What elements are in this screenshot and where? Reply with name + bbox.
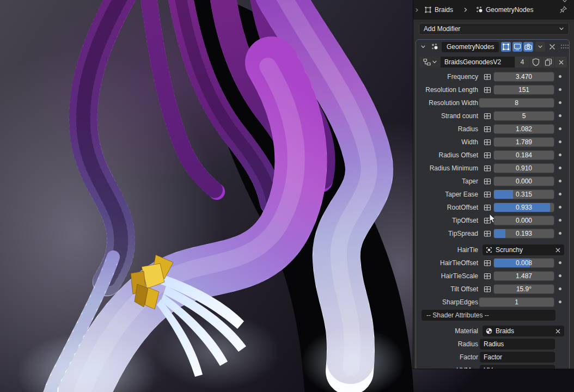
row-width: Width1.789 xyxy=(416,136,569,149)
hairtieoffset-decorator-dot[interactable] xyxy=(559,261,561,264)
hairtieoffset-attribute-toggle[interactable] xyxy=(483,258,492,268)
add-modifier-button[interactable]: Add Modifier xyxy=(419,23,569,35)
radius-minimum-attribute-toggle[interactable] xyxy=(483,163,492,173)
hairtiescale-label: HairTieScale xyxy=(416,270,478,283)
resolution-width-decorator-dot[interactable] xyxy=(559,101,561,104)
hairtieoffset-slider[interactable]: 0.008 xyxy=(493,258,554,268)
pin-icon[interactable] xyxy=(559,5,567,14)
hairtiescale-attribute-toggle[interactable] xyxy=(483,271,492,281)
resolution-length-attribute-toggle[interactable] xyxy=(483,85,492,95)
frequency-label: Frequency xyxy=(416,70,478,83)
tipoffset-decorator-dot[interactable] xyxy=(559,219,561,222)
radius-offset-attribute-toggle[interactable] xyxy=(483,150,492,160)
tipspread-slider[interactable]: 0.193 xyxy=(493,229,554,238)
realtime-display-toggle[interactable] xyxy=(512,42,522,52)
uvmap-text-field[interactable]: UVs xyxy=(480,365,555,369)
width-slider[interactable]: 1.789 xyxy=(493,137,554,147)
copy-node-group-button[interactable] xyxy=(542,57,554,68)
factor-text-field[interactable]: Factor xyxy=(480,352,555,363)
frequency-slider[interactable]: 3.470 xyxy=(493,72,554,82)
tilt-offset-attribute-toggle[interactable] xyxy=(483,284,492,294)
taper-ease-decorator-dot[interactable] xyxy=(559,193,561,195)
taper-decorator-dot[interactable] xyxy=(559,180,561,182)
row-resolution-width: Resolution Width8 xyxy=(416,96,569,109)
strand-count-attribute-toggle[interactable] xyxy=(483,111,492,121)
resolution-length-decorator-dot[interactable] xyxy=(559,88,561,91)
hairtiescale-decorator-dot[interactable] xyxy=(559,274,561,277)
fake-user-button[interactable] xyxy=(530,57,542,68)
breadcrumb-object[interactable]: Braids xyxy=(435,6,453,14)
radius-offset-slider[interactable]: 0.184 xyxy=(493,150,554,160)
radius-decorator-dot[interactable] xyxy=(559,127,561,130)
rootoffset-slider[interactable]: 0.933 xyxy=(493,203,554,212)
hairtie-clear-icon[interactable] xyxy=(554,247,561,254)
taper-attribute-toggle[interactable] xyxy=(483,176,492,186)
object-data-icon xyxy=(485,246,493,254)
render-display-toggle[interactable] xyxy=(523,42,533,52)
breadcrumb-modifier[interactable]: GeometryNodes xyxy=(486,6,533,14)
radius-slider[interactable]: 1.082 xyxy=(493,124,554,134)
hairtiescale-slider[interactable]: 1.487 xyxy=(493,271,554,281)
modifier-extras-button[interactable] xyxy=(535,42,545,52)
resolution-length-slider[interactable]: 151 xyxy=(493,85,554,95)
hairtie-field[interactable]: Scrunchy xyxy=(483,244,564,255)
radius-minimum-slider[interactable]: 0.910 xyxy=(493,163,554,173)
sharpedges-decorator-dot[interactable] xyxy=(559,301,561,303)
node-group-name-field[interactable]: BraidsGeonodesV2 xyxy=(441,57,515,68)
resolution-width-slider[interactable]: 8 xyxy=(479,98,554,108)
material-field[interactable]: Braids xyxy=(483,326,564,336)
tilt-offset-slider[interactable]: 15.9° xyxy=(493,284,554,294)
attribute-toggle-icon xyxy=(483,285,492,293)
frequency-attribute-toggle[interactable] xyxy=(483,72,492,82)
modifier-close-icon[interactable] xyxy=(548,42,557,51)
taper-value: 0.000 xyxy=(494,177,554,186)
strand-count-decorator-dot[interactable] xyxy=(559,114,561,117)
tipoffset-label: TipOffset xyxy=(416,214,478,227)
width-decorator-dot[interactable] xyxy=(559,140,561,143)
radius-attribute-toggle[interactable] xyxy=(483,124,492,134)
row-radius-offset: Radius Offset0.184 xyxy=(416,149,569,162)
width-label: Width xyxy=(416,136,478,149)
rootoffset-decorator-dot[interactable] xyxy=(559,206,561,209)
width-value: 1.789 xyxy=(494,138,554,146)
modifier-expand-icon[interactable] xyxy=(420,44,426,50)
rootoffset-value: 0.933 xyxy=(494,203,554,212)
resolution-length-value: 151 xyxy=(494,85,554,94)
tilt-offset-decorator-dot[interactable] xyxy=(559,287,561,290)
radius-minimum-decorator-dot[interactable] xyxy=(559,167,561,169)
taper-slider[interactable]: 0.000 xyxy=(493,176,554,186)
strand-count-slider[interactable]: 5 xyxy=(493,111,554,121)
tipoffset-slider[interactable]: 0.000 xyxy=(493,216,554,225)
geometry-nodes-icon xyxy=(475,5,484,14)
modifier-drag-grip[interactable] xyxy=(561,45,569,49)
factor-label: Factor xyxy=(416,351,478,364)
properties-panel: Braids GeometryNodes Add Modifier Geomet… xyxy=(413,0,574,369)
camera-icon xyxy=(524,42,533,51)
rootoffset-attribute-toggle[interactable] xyxy=(483,203,492,212)
radius-offset-decorator-dot[interactable] xyxy=(559,154,561,156)
row-frequency: Frequency3.470 xyxy=(416,70,569,83)
tipspread-attribute-toggle[interactable] xyxy=(483,229,492,238)
taper-ease-slider[interactable]: 0.315 xyxy=(493,189,554,199)
radius-text-field[interactable]: Radius xyxy=(480,339,555,350)
taper-ease-attribute-toggle[interactable] xyxy=(483,189,492,199)
sharpedges-slider[interactable]: 1 xyxy=(479,297,554,307)
row-hairtiescale: HairTieScale1.487 xyxy=(416,270,569,283)
breadcrumb-collapse-icon[interactable] xyxy=(414,8,419,13)
radius-value: 1.082 xyxy=(494,125,554,133)
width-attribute-toggle[interactable] xyxy=(483,137,492,147)
material-value: Braids xyxy=(496,327,552,335)
material-clear-icon[interactable] xyxy=(554,328,561,335)
node-group-browse-button[interactable] xyxy=(419,57,440,68)
frequency-decorator-dot[interactable] xyxy=(559,75,561,78)
separator-shader-attributes: -- Shader Attributes -- xyxy=(422,310,555,321)
node-group-users-count[interactable]: 4 xyxy=(515,57,529,68)
copy-icon xyxy=(544,58,553,66)
modifier-name-field[interactable]: GeometryNodes xyxy=(442,42,499,52)
attribute-toggle-icon xyxy=(483,138,492,146)
edit-mode-toggle[interactable] xyxy=(501,42,511,52)
unlink-node-group-button[interactable] xyxy=(555,57,567,68)
tipspread-decorator-dot[interactable] xyxy=(559,232,561,235)
radius-minimum-value: 0.910 xyxy=(494,164,554,173)
chevron-down-icon xyxy=(561,0,568,4)
